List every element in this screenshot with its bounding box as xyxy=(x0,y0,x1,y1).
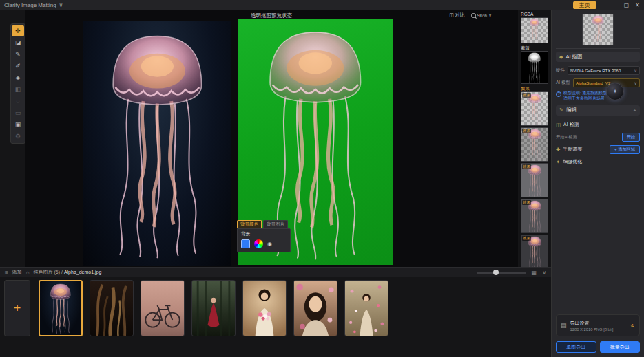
pen-tool-icon: ✎ xyxy=(15,51,21,58)
rgba-label: RGBA xyxy=(519,11,533,17)
expand-up-icon[interactable]: « xyxy=(630,323,637,327)
brush-tool-button[interactable]: ✐ xyxy=(12,61,24,72)
close-button[interactable]: ✕ xyxy=(635,2,640,8)
single-export-button[interactable]: 单图导出 xyxy=(556,341,596,353)
chevron-down-icon[interactable]: ∨ xyxy=(59,2,63,8)
edit-title: 编辑 xyxy=(566,107,577,113)
manual-adjust-row[interactable]: ✚ 手动调整 + 添加区域 xyxy=(556,144,640,155)
add-region-button[interactable]: + 添加区域 xyxy=(610,145,640,154)
result-thumbnail-3[interactable]: 效果 xyxy=(521,163,548,197)
filmstrip-item-tree-roots[interactable] xyxy=(90,280,134,336)
ai-detect-label: AI 检测 xyxy=(563,121,579,128)
model-hint: ? 模型说明: 通用抠图模型 适用于大多数图片场景 xyxy=(556,91,640,102)
filmstrip-item-portrait-flowers[interactable] xyxy=(293,280,337,336)
canvas-controls: ◫ 对比 96% ∨ xyxy=(449,12,492,19)
tab-background-image[interactable]: 背景图片 xyxy=(263,220,288,228)
ai-matting-icon: ◆ xyxy=(559,54,563,60)
mask-label: 蒙版 xyxy=(519,45,530,51)
current-image-preview[interactable] xyxy=(582,14,614,45)
move-tool-button[interactable]: ✛ xyxy=(12,25,24,36)
filmstrip-item-red-dress[interactable] xyxy=(191,280,236,336)
pen-tool-button[interactable]: ✎ xyxy=(12,49,24,60)
preview-jellyfish-image xyxy=(589,14,607,45)
plus-icon[interactable]: + xyxy=(634,107,636,113)
refine-label: 细微优化 xyxy=(563,158,582,165)
thumbnail-image xyxy=(141,281,184,336)
edit-section-header[interactable]: ✎ 编辑 + xyxy=(556,105,640,116)
ai-detect-desc: 开始AI检测 xyxy=(556,134,577,140)
filmstrip-item-bicycle[interactable] xyxy=(141,280,185,336)
settings-tool-icon: ⚙ xyxy=(15,133,21,140)
breadcrumb-folder[interactable]: 纯色图片 (6) xyxy=(34,270,61,274)
breadcrumb: 纯色图片 (6) / Alpha_demo1.jpg xyxy=(34,269,102,276)
thumbnail-size-slider[interactable] xyxy=(477,272,526,274)
home-folder-icon[interactable]: ⌂ xyxy=(26,270,30,276)
result-chip: 效果 xyxy=(522,164,531,169)
model-select[interactable]: AlphaStandard_V2 ∨ xyxy=(573,78,640,87)
minimize-button[interactable]: — xyxy=(612,2,618,8)
jellyfish-thumb-image xyxy=(527,18,542,43)
result-thumbnail-2[interactable]: 效果 xyxy=(521,127,548,162)
result-thumbnail-5[interactable]: 效果 xyxy=(521,235,548,269)
result-chip: 效果 xyxy=(522,129,531,133)
shape-tool-button[interactable]: ▭ xyxy=(12,107,24,118)
maximize-button[interactable]: ▢ xyxy=(624,2,630,8)
tab-background-color[interactable]: 背景颜色 xyxy=(237,220,262,228)
export-icon: ▤ xyxy=(561,322,567,329)
batch-export-button[interactable]: 批量导出 xyxy=(600,341,641,353)
ai-matting-section-header[interactable]: ◆ AI 抠图 xyxy=(556,52,640,62)
background-picker-panel: 背景颜色 背景图片 背景 ◉ xyxy=(237,220,291,252)
crop-tool-icon: ▣ xyxy=(15,121,21,128)
zoom-control[interactable]: 96% ∨ xyxy=(471,12,492,18)
dropper-tool-button[interactable]: ◈ xyxy=(12,72,24,83)
rgba-thumbnail[interactable] xyxy=(521,17,548,43)
filmstrip-item-jellyfish[interactable] xyxy=(39,280,83,336)
collapse-panel-icon[interactable]: ∨ xyxy=(542,270,546,276)
export-settings-box[interactable]: ▤ 导出设置 1280 X 2010 PNG [8 bit] « xyxy=(556,314,640,336)
background-panel-title: 背景 xyxy=(241,231,287,237)
grid-view-icon[interactable]: ▦ xyxy=(532,270,537,276)
model-hint-line1: 模型说明: 通用抠图模型 xyxy=(563,91,607,95)
lasso-tool-icon: ◌ xyxy=(16,98,19,105)
mask-thumb-image xyxy=(525,52,544,83)
menu-icon[interactable]: ≡ xyxy=(5,270,8,276)
filmstrip-item-bouquet-woman[interactable] xyxy=(242,280,287,336)
compare-button[interactable]: ◫ 对比 xyxy=(449,12,465,19)
fill-tool-button[interactable]: ◧ xyxy=(12,84,24,95)
result-thumbnail-4[interactable]: 效果 xyxy=(521,199,548,233)
export-settings-info: 1280 X 2010 PNG [8 bit] xyxy=(570,327,614,332)
settings-tool-button[interactable]: ⚙ xyxy=(12,131,24,142)
eraser-tool-button[interactable]: ◪ xyxy=(12,37,24,48)
crop-tool-button[interactable]: ▣ xyxy=(12,119,24,130)
color-wheel-icon[interactable] xyxy=(254,239,263,248)
slider-knob[interactable] xyxy=(493,270,499,275)
lasso-tool-button[interactable]: ◌ xyxy=(12,96,24,107)
start-detect-button[interactable]: 开始 xyxy=(622,133,640,142)
ai-detect-row[interactable]: ◫ AI 检测 xyxy=(556,120,640,130)
thumbnail-image xyxy=(294,281,337,336)
hardware-select[interactable]: NVIDIA GeForce RTX 3060 ∨ xyxy=(568,66,640,75)
zoom-value: 96% xyxy=(477,13,487,18)
home-button[interactable]: 主页 xyxy=(573,1,596,9)
mask-thumbnail[interactable] xyxy=(521,51,548,84)
filmstrip-item-floral-woman[interactable] xyxy=(344,280,388,336)
blue-color-swatch[interactable] xyxy=(241,239,250,248)
original-image-view[interactable] xyxy=(83,21,231,266)
image-filmstrip: + xyxy=(0,277,551,357)
fill-tool-icon: ◧ xyxy=(15,86,21,93)
canvas-area[interactable]: 透明抠图预览状态 ◫ 对比 96% ∨ 背景颜色 背景图片 xyxy=(25,10,518,267)
chevron-down-icon: ∨ xyxy=(634,80,637,85)
color-picker-icon[interactable]: ◉ xyxy=(267,241,272,247)
thumbnail-image xyxy=(243,281,286,336)
add-label[interactable]: 添加 xyxy=(12,269,22,276)
canvas-mode-title: 透明抠图预览状态 xyxy=(251,12,292,19)
result-thumbnail-1[interactable]: 效果 xyxy=(521,91,548,126)
ai-matting-title: AI 抠图 xyxy=(565,54,582,61)
result-chip: 效果 xyxy=(522,236,531,241)
export-settings-title: 导出设置 xyxy=(570,320,614,327)
app-title: Clarity Image Matting xyxy=(4,2,56,8)
ai-detect-action-row: 开始AI检测 开始 xyxy=(556,132,640,142)
refine-row[interactable]: ✦ 细微优化 xyxy=(556,157,640,167)
add-image-button[interactable]: + xyxy=(4,280,30,336)
assistant-badge[interactable]: ✦ xyxy=(606,83,624,100)
